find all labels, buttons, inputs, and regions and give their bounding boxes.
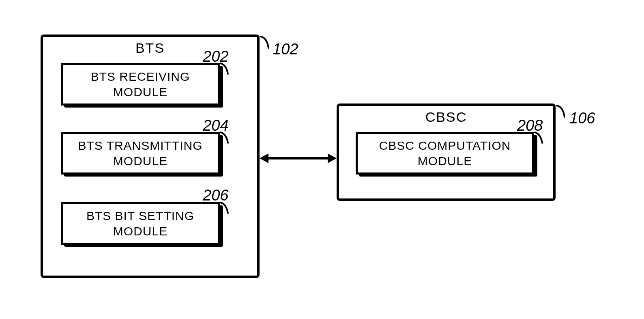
module-label: CBSC COMPUTATION MODULE [379,139,511,168]
module-label: BTS RECEIVING MODULE [91,70,190,99]
ref-module: 204 [203,117,228,134]
bts-module: BTS BIT SETTING MODULE [61,202,220,245]
ref-cbsc: 106 [569,110,595,127]
ref-bts: 102 [273,41,298,58]
bts-module: BTS TRANSMITTING MODULE [61,132,220,175]
ref-module: 202 [203,48,228,65]
bidirectional-arrow-icon [260,150,337,166]
module-label: BTS BIT SETTING MODULE [86,209,194,238]
module-label: BTS TRANSMITTING MODULE [78,139,202,168]
leader-line [556,105,569,121]
svg-marker-1 [260,153,268,163]
cbsc-module: CBSC COMPUTATION MODULE [356,132,534,175]
bts-module: BTS RECEIVING MODULE [61,63,220,106]
svg-marker-2 [328,153,337,163]
leader-line [260,36,273,52]
ref-module: 208 [517,117,543,134]
ref-module: 206 [203,187,228,204]
